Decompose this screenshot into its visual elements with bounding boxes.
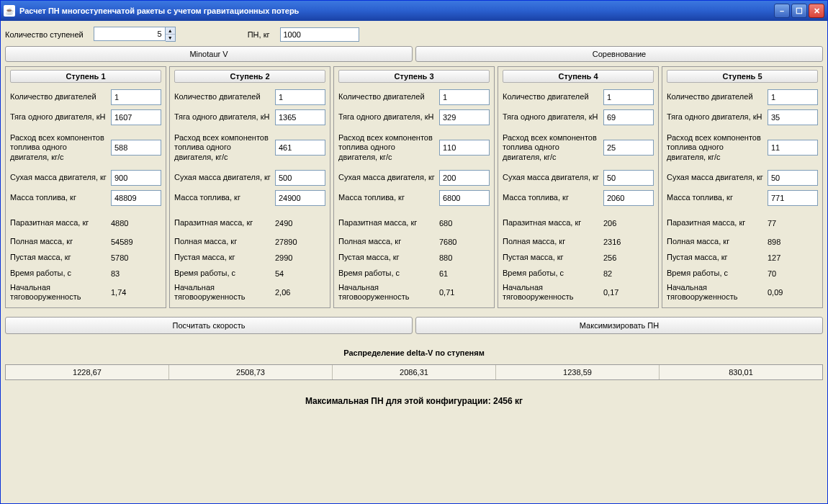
spinner-down-icon[interactable]: ▼ [166,35,175,41]
burntime-value: 61 [439,269,490,278]
thrust-label: Тяга одного двигателя, кН [174,112,272,122]
delta-cell: 2508,73 [169,365,333,379]
flowrate-input[interactable] [275,140,325,156]
fullmass-value: 27890 [275,238,325,246]
burntime-value: 82 [603,269,654,278]
thrust-input[interactable] [275,109,325,125]
delta-cell: 830,01 [660,365,822,379]
thrust-input[interactable] [603,109,654,125]
emptymass-label: Пустая масса, кг [10,253,108,262]
drymass-label: Сухая масса двигателя, кг [503,173,600,182]
engines-label: Количество двигателей [174,92,272,102]
flowrate-label: Расход всех компонентов топлива одного д… [503,133,600,162]
stage-header: Ступень 5 [667,70,818,83]
parasitic-value: 680 [439,219,490,228]
preset-competition-button[interactable]: Соревнование [415,46,823,62]
engines-input[interactable] [603,89,654,105]
parasitic-label: Паразитная масса, кг [10,218,108,228]
thrust-label: Тяга одного двигателя, кН [10,112,108,122]
stages-spinner[interactable]: ▲ ▼ [166,27,176,42]
calculate-button[interactable]: Посчитать скорость [5,317,413,334]
fuelmass-label: Масса топлива, кг [503,193,600,202]
parasitic-value: 2490 [275,219,325,228]
thrust-input[interactable] [768,109,818,125]
burntime-label: Время работы, с [174,269,272,278]
stage-header: Ступень 2 [174,70,325,83]
engines-label: Количество двигателей [338,92,436,102]
maximize-payload-button[interactable]: Максимизировать ПН [415,317,823,334]
preset-minotaur-button[interactable]: Minotaur V [5,46,413,62]
drymass-input[interactable] [111,170,161,186]
drymass-label: Сухая масса двигателя, кг [174,173,272,182]
flowrate-label: Расход всех компонентов топлива одного д… [174,133,272,162]
drymass-input[interactable] [768,170,818,186]
fuelmass-input[interactable] [768,190,818,206]
drymass-input[interactable] [439,170,490,186]
parasitic-label: Паразитная масса, кг [667,218,765,228]
payload-input[interactable] [280,27,359,42]
parasitic-value: 4880 [111,219,161,228]
flowrate-label: Расход всех компонентов топлива одного д… [667,133,765,162]
thrust-label: Тяга одного двигателя, кН [503,112,600,122]
fullmass-label: Полная масса, кг [338,237,436,246]
fuelmass-label: Масса топлива, кг [338,193,436,202]
parasitic-label: Паразитная масса, кг [503,218,600,228]
fullmass-value: 2316 [603,238,654,246]
flowrate-input[interactable] [603,140,654,156]
flowrate-label: Расход всех компонентов топлива одного д… [338,133,436,162]
drymass-label: Сухая масса двигателя, кг [10,173,108,182]
stage-column: Ступень 1 Количество двигателей Тяга одн… [5,66,166,308]
fuelmass-label: Масса топлива, кг [10,193,108,202]
fullmass-label: Полная масса, кг [10,237,108,246]
stage-column: Ступень 4 Количество двигателей Тяга одн… [498,66,659,308]
twr-value: 2,06 [275,288,325,297]
fuelmass-input[interactable] [439,190,490,206]
fuelmass-input[interactable] [603,190,654,206]
thrust-input[interactable] [111,109,161,125]
fuelmass-input[interactable] [111,190,161,206]
delta-cell: 1238,59 [496,365,660,379]
stage-header: Ступень 1 [10,70,161,83]
fullmass-label: Полная масса, кг [667,237,765,246]
flowrate-input[interactable] [768,140,818,156]
fuelmass-label: Масса топлива, кг [667,193,765,202]
twr-value: 0,09 [768,288,818,297]
parasitic-value: 77 [768,219,818,228]
close-button[interactable]: ✕ [809,4,824,18]
spinner-up-icon[interactable]: ▲ [166,27,175,35]
emptymass-label: Пустая масса, кг [667,253,765,262]
window-title: Расчет ПН многоступенчатой ракеты с учет… [19,6,299,15]
stages-count-input[interactable] [94,27,166,41]
twr-label: Начальная тяговооруженность [503,283,600,302]
titlebar: ☕ Расчет ПН многоступенчатой ракеты с уч… [1,1,827,21]
stage-column: Ступень 3 Количество двигателей Тяга одн… [333,66,495,308]
drymass-input[interactable] [603,170,654,186]
burntime-label: Время работы, с [667,269,765,278]
fullmass-value: 898 [768,238,818,246]
engines-input[interactable] [111,89,161,105]
engines-input[interactable] [439,89,490,105]
flowrate-input[interactable] [111,140,161,156]
parasitic-label: Паразитная масса, кг [338,218,436,228]
drymass-input[interactable] [275,170,325,186]
twr-label: Начальная тяговооруженность [338,283,436,302]
drymass-label: Сухая масса двигателя, кг [667,173,765,182]
twr-value: 1,74 [111,288,161,297]
result-text: Максимальная ПН для этой конфигурации: 2… [5,396,823,406]
engines-input[interactable] [275,89,325,105]
emptymass-value: 127 [768,253,818,262]
burntime-label: Время работы, с [503,269,600,278]
twr-label: Начальная тяговооруженность [10,283,108,302]
delta-title: Распределение delta-V по ступеням [5,348,823,357]
twr-label: Начальная тяговооруженность [174,283,272,302]
engines-input[interactable] [768,89,818,105]
delta-cell: 1228,67 [6,365,169,379]
payload-label: ПН, кг [248,30,270,39]
maximize-window-button[interactable]: ☐ [791,4,807,18]
minimize-button[interactable]: – [774,4,790,18]
fullmass-value: 54589 [111,238,161,246]
fuelmass-input[interactable] [275,190,325,206]
flowrate-input[interactable] [439,140,490,156]
parasitic-label: Паразитная масса, кг [174,218,272,228]
thrust-input[interactable] [439,109,490,125]
